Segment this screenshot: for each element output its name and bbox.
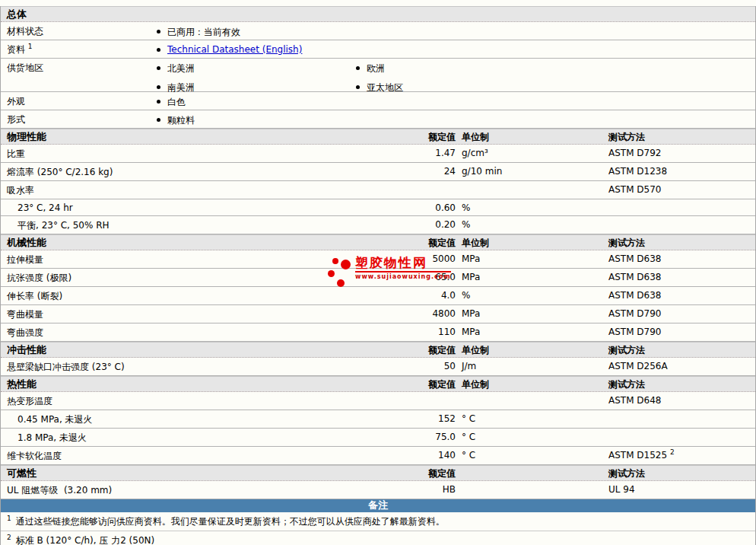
- rated-value: 110: [364, 327, 456, 337]
- section-title: 物理性能: [1, 131, 46, 142]
- test-method: ASTM D1238: [608, 166, 667, 177]
- section-title: 冲击性能: [1, 344, 46, 355]
- property-sublabel: 1.8 MPa, 未退火: [1, 432, 87, 445]
- table-row-material-status: 材料状态 已商用：当前有效: [1, 22, 755, 40]
- rated-value: 152: [364, 413, 456, 424]
- footnote-text: 通过这些链接您能够访问供应商资料。我们尽量保证及时更新资料；不过您可以从供应商处…: [16, 516, 445, 527]
- list-item: Technical Datasheet (English): [157, 44, 302, 55]
- property-label: 伸长率 (断裂): [1, 290, 62, 303]
- test-method: ASTM D790: [608, 327, 661, 337]
- unit-value: ° C: [462, 432, 475, 442]
- unit-value: %: [462, 290, 470, 301]
- property-label: 材料状态: [1, 25, 43, 38]
- bullet-icon: [157, 85, 160, 89]
- table-row: 悬壁梁缺口冲击强度 (23° C) 50 J/m ASTM D256A: [1, 358, 755, 376]
- footnote-2: 2标准 B (120° C/h), 压 力2 (50N): [1, 531, 755, 545]
- bullet-icon: [157, 118, 160, 122]
- unit-value: MPa: [462, 327, 480, 337]
- rated-value: 140: [364, 450, 456, 461]
- footnote-text: 标准 B (120° C/h), 压 力2 (50N): [16, 535, 154, 545]
- table-row: 1.8 MPa, 未退火 75.0 ° C: [1, 429, 755, 447]
- unit-value: ° C: [462, 450, 475, 461]
- table-row-form: 形式 颗粒料: [1, 110, 755, 129]
- value-list: 颗粒料: [157, 114, 195, 127]
- technical-datasheet-link[interactable]: Technical Datasheet (English): [167, 44, 302, 55]
- table-row: 弯曲模量 4800 MPa ASTM D790: [1, 305, 755, 323]
- watermark-logo: 塑胶物性网 www.sujiaowuxing.com: [327, 256, 437, 291]
- property-label: 热变形温度: [1, 395, 52, 408]
- unit-value: g/cm³: [462, 148, 488, 158]
- column-header-rated-value: 额定值: [364, 377, 456, 392]
- notes-title: 备注: [368, 499, 388, 511]
- section-title: 总体: [1, 8, 27, 20]
- column-header-unit: 单位制: [462, 377, 489, 392]
- property-label: 拉伸模量: [1, 253, 43, 266]
- property-sublabel: 0.45 MPa, 未退火: [1, 413, 93, 426]
- column-header-unit: 单位制: [462, 343, 489, 358]
- watermark-site-url: www.sujiaowuxing.com: [355, 273, 451, 280]
- column-header-unit: 单位制: [462, 235, 489, 250]
- property-label: 供货地区: [1, 62, 43, 75]
- test-method: ASTM D256A: [608, 361, 668, 371]
- table-row: 热变形温度 ASTM D648: [1, 392, 755, 410]
- section-title: 可燃性: [1, 467, 37, 479]
- rated-value: 50: [364, 361, 456, 371]
- item-text: 已商用：当前有效: [167, 26, 240, 39]
- rated-value: 1.47: [364, 148, 456, 158]
- column-header-test-method: 测试方法: [608, 466, 645, 481]
- item-text: 欧洲: [367, 62, 385, 75]
- value-list: 已商用：当前有效: [157, 26, 240, 39]
- column-header-rated-value: 额定值: [364, 466, 456, 481]
- list-item: 颗粒料: [157, 114, 195, 127]
- table-row: UL 阻燃等级 (3.20 mm) HB UL 94: [1, 481, 755, 499]
- property-label: 吸水率: [1, 184, 34, 197]
- unit-value: %: [462, 202, 470, 213]
- item-text: 白色: [167, 96, 186, 109]
- item-text: 北美洲: [167, 62, 195, 75]
- bullet-icon: [157, 100, 160, 104]
- property-label: UL 阻燃等级 (3.20 mm): [1, 484, 112, 497]
- unit-value: MPa: [462, 253, 480, 264]
- property-sublabel: 平衡, 23° C, 50% RH: [1, 219, 110, 232]
- rated-value: 75.0: [364, 432, 456, 442]
- table-row-appearance: 外观 白色: [1, 92, 755, 110]
- table-row: 维卡软化温度 140 ° C ASTM D1525 2: [1, 447, 755, 465]
- table-row: 弯曲强度 110 MPa ASTM D790: [1, 323, 755, 342]
- property-label: 形式: [1, 113, 25, 126]
- footnote-number: 1: [7, 515, 11, 522]
- value-list: Technical Datasheet (English): [157, 44, 302, 55]
- section-header-general: 总体: [1, 6, 755, 22]
- rated-value: 0.20: [364, 219, 456, 230]
- material-datasheet: 总体 材料状态 已商用：当前有效 资料 1 Technical Datashee…: [0, 0, 756, 545]
- section-header-impact: 冲击性能 额定值 单位制 测试方法: [1, 342, 755, 358]
- table-row: 0.45 MPa, 未退火 152 ° C: [1, 410, 755, 429]
- test-method: ASTM D638: [608, 272, 661, 282]
- property-label: 维卡软化温度: [1, 450, 62, 463]
- table-row: 吸水率 ASTM D570: [1, 181, 755, 199]
- section-title: 热性能: [1, 378, 37, 390]
- table-row: 23° C, 24 hr 0.60 %: [1, 199, 755, 216]
- section-title: 机械性能: [1, 237, 46, 248]
- column-header-test-method: 测试方法: [608, 343, 645, 358]
- footnote-1: 1通过这些链接您能够访问供应商资料。我们尽量保证及时更新资料；不过您可以从供应商…: [1, 512, 755, 531]
- property-label: 资料 1: [1, 43, 33, 56]
- column-header-rated-value: 额定值: [364, 129, 456, 145]
- test-method: ASTM D790: [608, 308, 661, 319]
- test-method: UL 94: [608, 484, 635, 495]
- test-method: ASTM D1525 2: [608, 450, 675, 461]
- section-header-thermal: 热性能 额定值 单位制 测试方法: [1, 376, 755, 392]
- value-list-right: 欧洲 亚太地区: [356, 62, 403, 94]
- property-label: 弯曲强度: [1, 327, 43, 339]
- list-item: 已商用：当前有效: [157, 26, 240, 39]
- unit-value: g/10 min: [462, 166, 502, 177]
- column-header-test-method: 测试方法: [608, 377, 645, 392]
- test-method-text: ASTM D1525: [608, 450, 667, 461]
- property-label: 弯曲模量: [1, 308, 43, 321]
- property-label: 外观: [1, 95, 25, 108]
- value-list-left: 北美洲 南美洲: [157, 62, 195, 94]
- column-header-test-method: 测试方法: [608, 235, 645, 250]
- unit-value: MPa: [462, 308, 480, 319]
- rated-value: 24: [364, 166, 456, 177]
- bullet-icon: [157, 48, 160, 52]
- unit-value: %: [462, 219, 470, 230]
